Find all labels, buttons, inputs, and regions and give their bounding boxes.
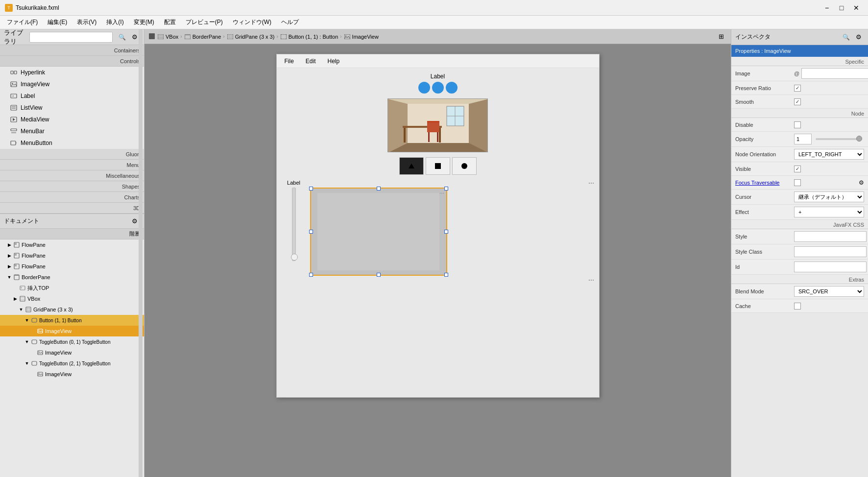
focus-traversable-settings-icon[interactable]: ⚙: [859, 179, 864, 186]
menu-view[interactable]: 表示(V): [72, 16, 101, 28]
library-search-input[interactable]: [29, 32, 113, 43]
breadcrumb-item-new[interactable]: [148, 33, 155, 41]
dots-menu-top[interactable]: ⋯: [588, 180, 594, 187]
tree-item-borderpane[interactable]: ▼ BorderPane: [0, 272, 144, 283]
selected-image-view[interactable]: ⋯: [310, 188, 447, 276]
room-image-preview: [387, 98, 488, 152]
library-item-menubar[interactable]: MenuBar: [0, 125, 144, 137]
tree-item-gridpane[interactable]: ▼ GridPane (3 x 3): [0, 304, 144, 315]
document-header: ドキュメント ⚙: [0, 214, 144, 229]
menu-file[interactable]: ファイル(F): [2, 16, 43, 28]
menu-preview[interactable]: プレビュー(P): [181, 16, 228, 28]
canvas-action-button[interactable]: ⊞: [715, 31, 727, 43]
inspector-search-button[interactable]: 🔍: [841, 32, 851, 43]
opacity-input[interactable]: [794, 134, 812, 144]
resize-handle-ml[interactable]: [309, 230, 313, 234]
tree-item-togglebutton-01[interactable]: ▼ ToggleButton (0, 1) ToggleButton: [0, 336, 144, 347]
menu-insert[interactable]: 挿入(I): [101, 16, 128, 28]
minimize-button[interactable]: −: [820, 1, 834, 15]
breadcrumb-item-button[interactable]: Button (1, 1) : Button: [280, 33, 338, 40]
node-orientation-select[interactable]: LEFT_TO_RIGHT: [794, 149, 864, 160]
cache-checkbox[interactable]: [794, 303, 801, 310]
image-input[interactable]: [801, 68, 868, 79]
breadcrumb-item-vbox[interactable]: VBox: [157, 33, 178, 40]
effect-select[interactable]: +: [794, 207, 864, 217]
inner-menu-edit[interactable]: Edit: [302, 57, 320, 66]
tree-item-imageview2[interactable]: ImageView: [0, 347, 144, 358]
togglebutton-21-label: ToggleButton (2, 1) ToggleButton: [39, 361, 110, 366]
dots-menu-bottom[interactable]: ⋯: [588, 277, 594, 284]
opacity-slider[interactable]: [816, 138, 862, 140]
svg-point-3: [12, 83, 13, 84]
tree-item-insertontop[interactable]: T 挿入TOP: [0, 283, 144, 293]
tree-item-flowpane-1[interactable]: ▶ FlowPane: [0, 239, 144, 250]
imageview-dots-menu[interactable]: ⋯: [439, 191, 444, 196]
inner-menu-file[interactable]: File: [281, 57, 298, 66]
tree-item-imageview3[interactable]: ImageView: [0, 369, 144, 380]
breadcrumb-item-borderpane[interactable]: BorderPane: [184, 33, 221, 40]
menu-window[interactable]: ウィンドウ(W): [228, 16, 276, 28]
disable-checkbox[interactable]: [794, 121, 801, 128]
toggle-btn-3[interactable]: [452, 157, 477, 175]
resize-handle-br[interactable]: [444, 273, 448, 277]
document-panel: ドキュメント ⚙ 階層 ▶ FlowPane ▶ FlowPane ▶ Flow…: [0, 214, 144, 380]
tree-item-button-11[interactable]: ▼ Button (1, 1) Button: [0, 315, 144, 326]
menubar-icon: [10, 127, 18, 135]
cursor-select[interactable]: 継承（デフォルト）: [794, 191, 864, 202]
id-input[interactable]: [794, 262, 867, 272]
resize-handle-bl[interactable]: [309, 273, 313, 277]
menu-edit[interactable]: 編集(E): [43, 16, 72, 28]
focus-traversable-link[interactable]: Focus Traversable: [735, 180, 779, 186]
visible-value: [794, 166, 864, 172]
library-item-menubutton[interactable]: MenuButton: [0, 137, 144, 149]
tree-item-togglebutton-21[interactable]: ▼ ToggleButton (2, 1) ToggleButton: [0, 358, 144, 369]
style-class-input[interactable]: [794, 246, 867, 257]
toggle-btn-2[interactable]: [426, 157, 450, 175]
svg-point-38: [39, 352, 40, 353]
maximize-button[interactable]: □: [835, 1, 848, 15]
library-item-label[interactable]: A Label: [0, 90, 144, 102]
inspector-gear-button[interactable]: ⚙: [853, 32, 864, 43]
style-class-value: [794, 246, 868, 257]
blend-mode-select[interactable]: SRC_OVER: [794, 286, 864, 297]
gridpane-icon: [24, 306, 32, 313]
resize-handle-bc[interactable]: [377, 273, 381, 277]
inner-menu-help[interactable]: Help: [324, 57, 344, 66]
canvas-area[interactable]: File Edit Help Label: [145, 44, 731, 477]
focus-traversable-checkbox[interactable]: [794, 179, 801, 186]
style-input[interactable]: [794, 231, 867, 242]
miscellaneous-section: Miscellaneous: [0, 170, 144, 181]
library-header-actions: 🔍 ⚙: [27, 32, 140, 43]
library-item-mediaview[interactable]: MediaView: [0, 114, 144, 125]
tree-item-flowpane-2[interactable]: ▶ FlowPane: [0, 250, 144, 261]
tree-item-flowpane-3[interactable]: ▶ FlowPane: [0, 261, 144, 272]
breadcrumb-item-gridpane[interactable]: GridPane (3 x 3): [227, 33, 275, 40]
preserve-ratio-checkbox[interactable]: [794, 85, 801, 92]
svg-rect-47: [185, 34, 191, 35]
menu-help[interactable]: ヘルプ: [276, 16, 304, 28]
svg-rect-0: [11, 71, 13, 74]
tree-item-vbox[interactable]: ▶ VBox: [0, 293, 144, 304]
resize-handle-mr[interactable]: [444, 230, 448, 234]
library-item-imageview[interactable]: ImageView: [0, 78, 144, 90]
library-item-listview[interactable]: ListView: [0, 102, 144, 114]
visible-checkbox[interactable]: [794, 166, 801, 172]
breadcrumb-button-label: Button (1, 1) : Button: [289, 34, 338, 40]
toggle-btn-1[interactable]: [399, 157, 424, 175]
tree-item-imageview-selected[interactable]: ImageView: [0, 326, 144, 336]
menu-modify[interactable]: 変更(M): [129, 16, 159, 28]
breadcrumb-item-imageview[interactable]: ImageView: [344, 33, 379, 40]
circle-icon: [461, 163, 467, 169]
resize-handle-tl[interactable]: [309, 187, 313, 191]
resize-handle-tc[interactable]: [377, 187, 381, 191]
library-item-hyperlink[interactable]: Hyperlink: [0, 67, 144, 78]
library-search-button[interactable]: 🔍: [117, 32, 127, 43]
menu-arrange[interactable]: 配置: [159, 16, 181, 28]
svg-rect-36: [32, 340, 37, 344]
smooth-checkbox[interactable]: [794, 98, 801, 105]
close-button[interactable]: ✕: [849, 1, 863, 15]
resize-handle-tr[interactable]: [444, 187, 448, 191]
menu-section: Menu: [0, 160, 144, 170]
left-panel-scrollbar[interactable]: [139, 29, 143, 477]
vertical-slider[interactable]: [292, 188, 296, 261]
